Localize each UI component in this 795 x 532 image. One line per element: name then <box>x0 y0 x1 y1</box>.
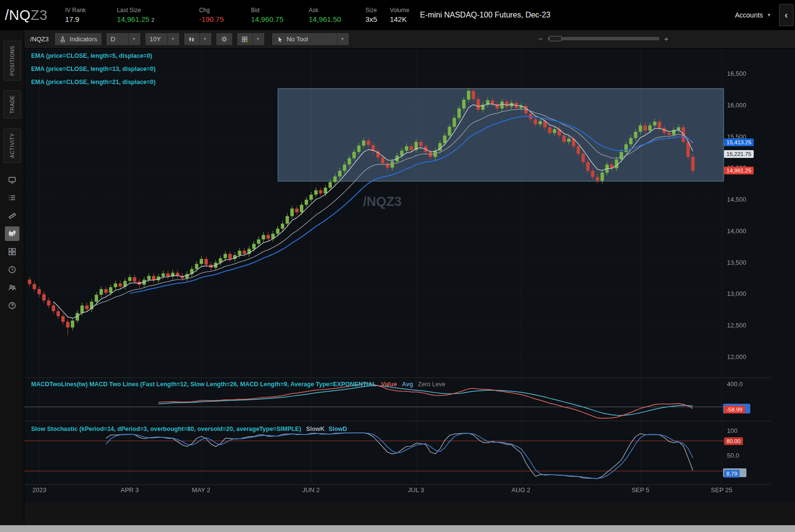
help-icon[interactable] <box>5 298 19 313</box>
stat-value: 14,961.50 <box>309 15 341 23</box>
tool-value: No Tool <box>287 35 332 43</box>
stat-value: -190.75 <box>199 15 224 23</box>
price-tick: 13,500 <box>727 259 746 266</box>
price-tick: 12,000 <box>727 353 746 360</box>
chart-toolbar: /NQZ3 Indicators D ▼ 10Y ▼ ▼ <box>24 30 795 49</box>
zoom-out-button[interactable]: − <box>538 35 543 42</box>
stochastic-study-label: Slow Stochastic (kPeriod=14, dPeriod=3, … <box>31 426 347 432</box>
tools-icon[interactable] <box>5 208 19 223</box>
stoch-study-title: Slow Stochastic (kPeriod=14, dPeriod=3, … <box>31 426 301 432</box>
chevron-left-icon: ‹ <box>785 10 788 20</box>
orders-list-icon[interactable] <box>5 190 19 205</box>
range-dropdown[interactable]: 10Y ▼ <box>145 33 180 46</box>
stat-value: 14,960.75 <box>251 15 284 23</box>
stat-change: Chg -190.75 <box>199 7 224 23</box>
chart-canvas[interactable] <box>24 49 771 503</box>
zoom-slider[interactable] <box>548 37 659 40</box>
chevron-down-icon: ▼ <box>767 13 771 17</box>
collapse-panel-button[interactable]: ‹ <box>779 4 794 26</box>
price-tick: 14,000 <box>727 227 746 235</box>
time-tick: JUN 2 <box>302 486 320 494</box>
last-size: 2 <box>152 17 155 23</box>
sidebar-tab-trade[interactable]: TRADE <box>3 90 21 119</box>
stoch-legend-slowd: SlowD <box>328 426 347 432</box>
grid-layout-dropdown[interactable]: ▼ <box>237 33 265 46</box>
symbol: /NQZ3 <box>5 7 48 23</box>
time-tick: AUG 2 <box>511 486 530 494</box>
grid-layout-icon <box>242 36 248 43</box>
accounts-label: Accounts <box>735 11 763 19</box>
chart-settings-button[interactable] <box>216 33 233 46</box>
cursor-icon <box>277 36 283 43</box>
price-tick: 14,500 <box>727 196 746 203</box>
macd-value-badge: -58.99 <box>724 406 745 413</box>
chevron-down-icon: ▼ <box>128 33 136 45</box>
stoch-axis-tick-50: 50.0 <box>727 452 739 459</box>
stoch-axis-tick-100: 100 <box>727 427 738 434</box>
charts-icon[interactable] <box>5 226 19 241</box>
stat-volume: Volume 142K <box>390 7 409 23</box>
contract-title: E-mini NASDAQ-100 Futures, Dec-23 <box>420 11 551 19</box>
drawing-tool-dropdown[interactable]: No Tool ▼ <box>272 33 349 46</box>
macd-axis-tick: 400.0 <box>727 380 743 388</box>
stat-label: Volume <box>390 7 409 14</box>
candlestick-icon <box>189 36 195 43</box>
chevron-down-icon: ▼ <box>252 33 260 45</box>
time-tick: APR 3 <box>121 486 139 494</box>
timeframe-dropdown[interactable]: D ▼ <box>106 33 141 46</box>
stat-label: Bid <box>251 7 284 14</box>
ema13-price-badge: 15,221.75 <box>724 150 754 158</box>
main-row: POSITIONS TRADE ACTIVITY <box>0 30 795 525</box>
stoch-legend-slowk: SlowK <box>306 426 325 432</box>
chevron-down-icon: ▼ <box>199 33 207 45</box>
stat-label: Size <box>365 7 377 14</box>
sidebar-tab-positions[interactable]: POSITIONS <box>3 41 21 81</box>
macd-study-title: MACDTwoLines(tw) MACD Two Lines (Fast Le… <box>31 381 376 388</box>
ema5-study-label: EMA (price=CLOSE, length=5, displace=0) <box>31 52 152 59</box>
timeframe-value: D <box>111 35 115 43</box>
zoom-control: − + <box>538 35 669 42</box>
indicators-label: Indicators <box>69 35 97 43</box>
gear-icon <box>221 35 228 43</box>
zoom-slider-handle[interactable] <box>549 36 562 41</box>
flask-icon <box>59 36 66 43</box>
stoch-overbought-badge: 80.00 <box>724 437 743 445</box>
stat-iv-rank: IV Rank 17.9 <box>65 7 86 23</box>
stat-label: Ask <box>309 7 341 14</box>
last-price: 14,961.25 <box>117 15 150 23</box>
chart-type-dropdown[interactable]: ▼ <box>184 33 212 46</box>
stat-value: 142K <box>390 15 409 23</box>
time-tick: MAY 2 <box>192 486 210 494</box>
macd-legend-zero: Zero Leve <box>418 381 445 388</box>
last-price-badge: 14,961.25 <box>724 167 754 174</box>
chart-symbol-label: /NQZ3 <box>30 35 49 43</box>
stoch-slowd-badge: 8.79 <box>724 470 740 478</box>
community-people-icon[interactable] <box>5 280 19 295</box>
accounts-menu[interactable]: Accounts ▼ <box>735 11 771 19</box>
price-tick: 16,500 <box>727 70 746 77</box>
stat-ask: Ask 14,961.50 <box>309 7 341 23</box>
symbol-watermark: /NQZ3 <box>363 194 402 209</box>
zoom-in-button[interactable]: + <box>664 35 669 42</box>
grid-widgets-icon[interactable] <box>5 244 19 259</box>
sidebar-icons <box>0 172 24 313</box>
stat-value: 17.9 <box>65 15 86 23</box>
stat-size: Size 3x5 <box>365 7 377 23</box>
chart-area: EMA (price=CLOSE, length=5, displace=0) … <box>24 49 795 503</box>
bottom-scroll-strip[interactable] <box>0 525 795 532</box>
chevron-down-icon: ▼ <box>337 33 345 45</box>
sidebar-tab-activity[interactable]: ACTIVITY <box>3 128 21 163</box>
stat-value: 3x5 <box>365 15 377 23</box>
history-clock-icon[interactable] <box>5 262 19 277</box>
tv-icon[interactable] <box>5 172 19 187</box>
stat-label: Last Size <box>117 7 155 14</box>
macd-legend-value: Value <box>381 381 397 388</box>
ema13-study-label: EMA (price=CLOSE, length=13, displace=0) <box>31 66 156 72</box>
macd-study-label: MACDTwoLines(tw) MACD Two Lines (Fast Le… <box>31 381 445 388</box>
time-tick: SEP 5 <box>632 486 650 494</box>
time-tick: 2023 <box>33 486 47 494</box>
time-tick: JUL 3 <box>408 486 424 494</box>
stat-last-size: Last Size 14,961.25 2 <box>117 7 155 23</box>
ema21-study-label: EMA (price=CLOSE, length=21, displace=0) <box>31 79 156 86</box>
indicators-button[interactable]: Indicators <box>54 33 102 46</box>
